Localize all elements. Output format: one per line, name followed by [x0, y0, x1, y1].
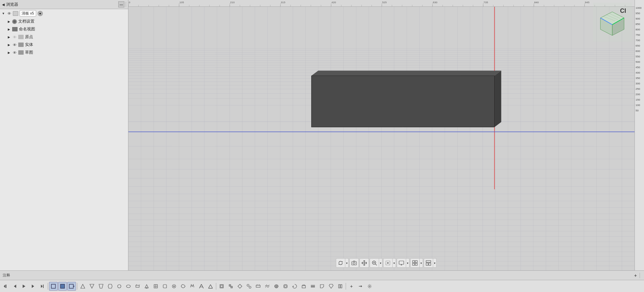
ruler-mark: 200 — [635, 93, 640, 96]
ct-grid-button[interactable] — [410, 258, 420, 268]
ct-rotate-button[interactable] — [336, 258, 345, 268]
svg-rect-56 — [221, 285, 223, 287]
btn-select-cross[interactable] — [67, 282, 76, 291]
btn-select-solid[interactable] — [58, 282, 67, 291]
ruler-mark: 1000 — [635, 7, 642, 9]
btn-tool-28[interactable] — [327, 282, 336, 291]
btn-tool-29[interactable] — [336, 282, 345, 291]
tree-item-named-view[interactable]: ▶ 命名视图 — [0, 25, 128, 33]
btn-tool-15[interactable] — [206, 282, 215, 291]
tree-eye-solid[interactable]: 👁 — [12, 43, 17, 47]
btn-tool-9[interactable] — [151, 282, 160, 291]
btn-tool-2[interactable] — [88, 282, 96, 291]
btn-tool-8[interactable] — [142, 282, 151, 291]
rotate-icon — [338, 260, 343, 266]
btn-select-rect[interactable] — [49, 282, 58, 291]
ct-zoom-arrow[interactable]: ▼ — [379, 258, 382, 268]
btn-play[interactable] — [20, 282, 28, 291]
btn-arrow-right[interactable] — [356, 282, 365, 291]
btn-tool-19[interactable] — [245, 282, 253, 291]
tree-eye-root[interactable]: 👁 — [7, 11, 11, 16]
sidebar-collapse-arrow[interactable]: ◀ — [2, 3, 5, 6]
ct-display-group: ▼ — [397, 258, 410, 268]
ct-select-button[interactable] — [383, 258, 393, 268]
btn-tool-21[interactable] — [263, 282, 272, 291]
btn-settings[interactable] — [365, 282, 374, 291]
ruler-mark: 600 — [635, 50, 640, 53]
ct-camera-button[interactable] — [349, 258, 359, 268]
toolbar-separator-3 — [216, 283, 216, 290]
btn-next[interactable] — [29, 282, 38, 291]
btn-tool-25[interactable] — [299, 282, 308, 291]
btn-tool-10[interactable] — [160, 282, 169, 291]
svg-rect-29 — [69, 284, 73, 288]
btn-tool-12[interactable] — [179, 282, 188, 291]
svg-point-3 — [353, 262, 355, 264]
svg-point-9 — [387, 262, 389, 264]
version-badge: 清板 v5 — [20, 10, 36, 17]
tree-item-origin[interactable]: ▶ 👁 原点 — [0, 33, 128, 41]
btn-tool-26[interactable] — [308, 282, 317, 291]
btn-tool-3[interactable] — [97, 282, 105, 291]
btn-tool-1[interactable] — [78, 282, 87, 291]
tree-item-root[interactable]: ▼ 👁 清板 v5 ● — [0, 9, 128, 18]
btn-tool-17[interactable] — [226, 282, 235, 291]
btn-tool-18[interactable] — [236, 282, 244, 291]
btn-last[interactable] — [38, 282, 47, 291]
ruler-mark: 100 — [635, 104, 640, 107]
ct-pan-button[interactable] — [360, 258, 369, 268]
btn-tool-20[interactable] — [254, 282, 263, 291]
sidebar-minimize-button[interactable]: — — [118, 1, 124, 7]
status-add-button[interactable]: + — [634, 273, 637, 278]
btn-tool-22[interactable] — [272, 282, 281, 291]
tree-arrow-draft: ▶ — [7, 51, 11, 55]
svg-rect-17 — [426, 261, 431, 262]
btn-prev[interactable] — [10, 282, 19, 291]
btn-tool-11[interactable] — [170, 282, 178, 291]
ct-display-button[interactable] — [397, 258, 406, 268]
ct-zoom-button[interactable] — [370, 258, 379, 268]
ct-panels-arrow[interactable]: ▼ — [433, 258, 437, 268]
tree-eye-origin[interactable]: 👁 — [12, 35, 17, 39]
btn-tool-24[interactable] — [290, 282, 299, 291]
version-circle-button[interactable]: ● — [38, 11, 43, 16]
svg-point-78 — [369, 286, 370, 287]
status-comment: 注释 — [3, 273, 633, 278]
tree-item-solid[interactable]: ▶ 👁 实体 — [0, 41, 128, 49]
btn-plus[interactable]: + — [347, 282, 356, 291]
tree-item-doc-settings[interactable]: ▶ 文档设置 — [0, 18, 128, 25]
ct-zoom-group: ▼ — [370, 258, 382, 268]
tree-folder-root — [13, 11, 18, 16]
btn-tool-27[interactable] — [318, 282, 326, 291]
ruler-mark: 150 — [635, 99, 640, 101]
ct-grid-arrow[interactable]: ▼ — [420, 258, 423, 268]
btn-tool-13[interactable] — [188, 282, 197, 291]
sidebar-title: 浏览器 — [6, 2, 117, 7]
ct-display-arrow[interactable]: ▼ — [406, 258, 410, 268]
btn-tool-14[interactable] — [197, 282, 206, 291]
tree-item-draft[interactable]: ▶ 👁 草图 — [0, 49, 128, 56]
ruler-mark: 750 — [635, 34, 640, 36]
svg-marker-33 — [81, 284, 85, 288]
ruler-mark: 650 — [635, 45, 640, 47]
settings-icon-doc — [12, 19, 17, 24]
btn-tool-7[interactable] — [133, 282, 142, 291]
ct-panels-button[interactable] — [424, 258, 433, 268]
ct-select-arrow[interactable]: ▼ — [393, 258, 396, 268]
ct-rotate-arrow[interactable]: ▼ — [345, 258, 349, 268]
svg-rect-19 — [429, 263, 431, 265]
svg-marker-22 — [14, 285, 16, 288]
ruler-top-canvas — [128, 0, 644, 6]
btn-tool-5[interactable] — [115, 282, 124, 291]
ruler-mark: 950 — [635, 12, 640, 15]
tree-label-solid: 实体 — [25, 42, 33, 48]
btn-tool-16[interactable] — [217, 282, 226, 291]
nav-cube[interactable] — [593, 3, 632, 42]
btn-tool-6[interactable] — [124, 282, 133, 291]
btn-tool-4[interactable] — [106, 282, 115, 291]
btn-prev-start[interactable] — [1, 282, 10, 291]
svg-rect-75 — [341, 285, 342, 288]
viewport[interactable]: 1000 950 900 850 800 750 700 650 600 550… — [128, 0, 644, 270]
tree-eye-draft[interactable]: 👁 — [12, 50, 17, 55]
btn-tool-23[interactable] — [281, 282, 290, 291]
